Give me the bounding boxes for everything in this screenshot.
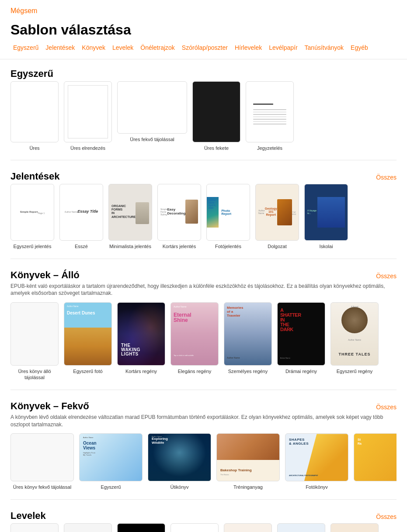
bakeshop-img	[217, 434, 279, 460]
eternal-shine-title: EternalShine	[174, 312, 191, 323]
template-esszeé-thumb: Author Name Essay Title	[59, 184, 103, 241]
template-egyszerű-regeny-label: Egyszerű regény	[337, 368, 373, 374]
template-egyszerű-regeny[interactable]: A Novel Author Name THREE TALES Egyszerű…	[330, 302, 379, 381]
template-egyszerű-jelentes[interactable]: Simple Report Page 1 Egyszerű jelentés	[10, 184, 54, 249]
tab-oeletrajzok[interactable]: Önéletrajzok	[138, 43, 177, 52]
template-level-partial[interactable]	[330, 523, 379, 532]
tales-author: A Novel	[331, 305, 378, 308]
template-ures-fekete-label: Üres fekete	[204, 145, 229, 151]
divider-4	[10, 499, 397, 500]
tab-tanusitvanyok[interactable]: Tanúsítványok	[302, 43, 347, 52]
tab-egyeb[interactable]: Egyéb	[348, 43, 371, 52]
section-levelek-all[interactable]: Összes	[376, 513, 397, 520]
template-level-3[interactable]: Sender Name	[117, 523, 165, 532]
template-level-5-thumb: Sender Name	[224, 523, 272, 532]
simple-report-title-text: Simple Report	[20, 210, 38, 214]
shatter-action-text: Action Name	[280, 357, 290, 359]
template-ures-fekvo[interactable]: Üres fekvő tájolással	[117, 81, 187, 151]
template-dolgozat-label: Dolgozat	[268, 243, 286, 249]
template-utikönyv[interactable]: Author Name ExploringWildlife Útikönyv	[148, 433, 211, 490]
template-partial[interactable]: StRa	[354, 433, 397, 490]
section-konyvek-allo-all[interactable]: Összes	[376, 273, 397, 280]
memories-title-text: Memoriesof aTraveler	[227, 306, 243, 318]
template-ures-konyv-fekvo[interactable]: Üres könyv fekvő tájolással	[10, 433, 74, 490]
template-iskolai-thumb: A Voyage to...	[304, 184, 348, 241]
ocean-sub-text: Highlights FromMy Travels	[83, 452, 95, 456]
template-dramai-regeny-label: Drámai regény	[285, 368, 317, 374]
template-dolgozat[interactable]: Author Name Geology 101 Report Fall 2019…	[255, 184, 299, 249]
template-ures-elrendezes-thumb	[64, 81, 112, 142]
divider-1	[10, 160, 397, 160]
template-minimalista-jelentes[interactable]: ORGANIC FORMSIN ARCHITECTURE Minimalista…	[108, 184, 152, 249]
section-konyvek-allo: Könyvek – Álló Összes EPUB-ként való exp…	[0, 261, 407, 388]
tab-levelek[interactable]: Levelek	[110, 43, 136, 52]
template-iskolai[interactable]: A Voyage to... Iskolai	[304, 184, 348, 249]
template-level-4-thumb: Sender Name	[170, 523, 219, 532]
tab-konyvek[interactable]: Könyvek	[79, 43, 108, 52]
tab-szorolap[interactable]: Szórólap/poszter	[179, 43, 230, 52]
desert-dunes-author: Author Name	[67, 305, 79, 307]
template-elegans-regeny-thumb: Author Name EternalShine Tap or click to…	[170, 302, 219, 366]
modern-report-author: Simple Home Styling	[160, 208, 167, 216]
tab-egyszerű[interactable]: Egyszerű	[10, 43, 41, 52]
template-kortars-jelentes[interactable]: Simple Home Styling Easy Decorating Kort…	[157, 184, 201, 249]
template-ures-elrendezes[interactable]: Üres elrendezés	[64, 81, 112, 151]
template-egyszerű-jelentes-thumb: Simple Report Page 1	[10, 184, 54, 241]
template-utikönyv-label: Útikönyv	[170, 484, 188, 490]
tab-hirlevelek[interactable]: Hírlevelek	[232, 43, 264, 52]
tab-jelentes[interactable]: Jelentések	[43, 43, 77, 52]
template-egyszerű-fekvo[interactable]: Author Name OceanViews Highlights FromMy…	[79, 433, 143, 490]
school-img	[317, 197, 345, 228]
section-jelentes-title: Jelentések	[10, 171, 60, 182]
template-egyszerű-foto[interactable]: Author Name Desert Dunes Egyszerű fotó	[64, 302, 112, 381]
template-ures-thumb	[10, 81, 59, 142]
photo-report-title-text: Photo Report	[219, 207, 234, 217]
template-level-4[interactable]: Sender Name	[170, 523, 219, 532]
template-egyszerű-foto-thumb: Author Name Desert Dunes	[64, 302, 112, 366]
template-dramai-regeny[interactable]: ASHATTERINTHEDARK Action Name Drámai reg…	[277, 302, 325, 381]
memories-author-text: Author Name	[227, 356, 240, 359]
template-level-2-thumb: Sender Name	[64, 523, 112, 532]
template-fotojelentes[interactable]: Author Name · April 9, 2020 Photo Report…	[206, 184, 250, 249]
template-level-2[interactable]: Sender Name	[64, 523, 112, 532]
template-ures-fekete-thumb	[192, 81, 240, 142]
notes-line-5	[253, 119, 287, 120]
notes-lines	[253, 99, 287, 124]
template-szemelyes-regeny[interactable]: Memoriesof aTraveler Author Name Személy…	[224, 302, 272, 381]
template-treninganyag[interactable]: Bakeshop Training The Basics Tréninganya…	[216, 433, 280, 490]
template-elegans-regeny[interactable]: Author Name EternalShine Tap or click to…	[170, 302, 219, 381]
r-footer: Page 1	[38, 211, 45, 215]
template-utikönyv-thumb: Author Name ExploringWildlife	[148, 433, 211, 481]
waking-lights-title: THEWAKINGLIGHTS	[121, 343, 140, 356]
section-jelentes-all[interactable]: Összes	[376, 174, 397, 181]
template-szemelyes-regeny-label: Személyes regény	[228, 368, 268, 374]
notes-line-4	[253, 117, 287, 117]
partial-title: StRa	[358, 438, 362, 446]
template-level-6[interactable]: Sender	[277, 523, 325, 532]
cancel-button[interactable]: Mégsem	[10, 7, 37, 15]
tab-levelpapir[interactable]: Levélpapír	[266, 43, 300, 52]
template-ures-konyv-allo[interactable]: Üres könyv állótájolással	[10, 302, 59, 381]
template-esszeé[interactable]: Author Name Essay Title Esszé	[59, 184, 103, 249]
section-konyvek-fekvo-all[interactable]: Összes	[376, 404, 397, 411]
konyvek-allo-templates-row: Üres könyv állótájolással Author Name De…	[10, 302, 397, 388]
template-fotokonyv[interactable]: SHAPES& ANGLES ARCHITECTURAL PHOTOGRAPHY…	[285, 433, 348, 490]
template-kortars-regeny[interactable]: THEWAKINGLIGHTS Kortárs regény	[117, 302, 165, 381]
modern-report-img	[185, 200, 198, 224]
template-ures[interactable]: Üres	[10, 81, 59, 151]
template-level-5[interactable]: Sender Name	[224, 523, 272, 532]
egyszerű-templates-row: Üres Üres elrendezés Üres fekvő tájoláss…	[10, 81, 397, 158]
section-konyvek-fekvo-header: Könyvek – Fekvő Összes	[10, 401, 397, 412]
template-jegyzeteles[interactable]: Jegyzetelés	[246, 81, 294, 151]
template-egyszerű-regeny-thumb: A Novel Author Name THREE TALES	[330, 302, 379, 366]
template-level-1[interactable]: Sender Name	[10, 523, 59, 532]
template-ures-konyv-allo-thumb	[10, 302, 59, 366]
template-iskolai-label: Iskolai	[319, 243, 333, 249]
template-minimalista-jelentes-label: Minimalista jelentés	[109, 243, 151, 249]
notes-line-7	[253, 124, 287, 124]
page-title: Sablon választása	[0, 18, 407, 43]
divider-3	[10, 390, 397, 390]
template-ures-fekete[interactable]: Üres fekete	[192, 81, 240, 151]
template-treninganyag-thumb: Bakeshop Training The Basics	[216, 433, 280, 481]
paper-title-text: Geology 101 Report	[265, 207, 277, 216]
